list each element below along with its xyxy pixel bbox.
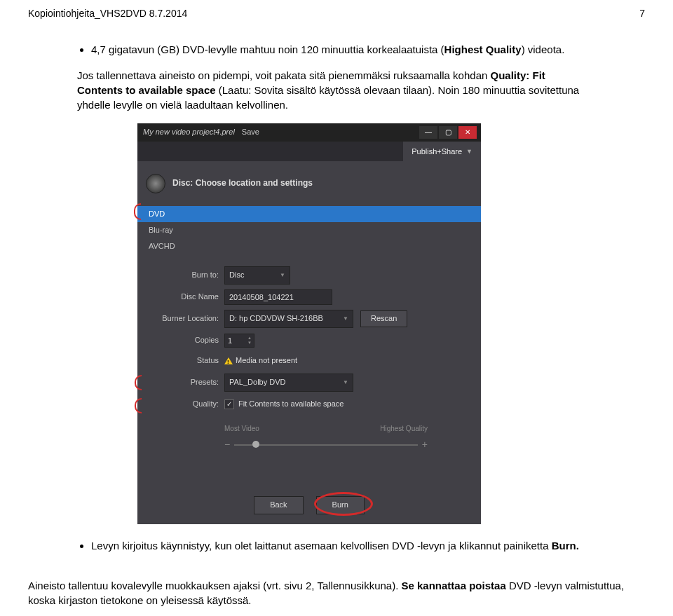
arrow-down-icon[interactable]: ▼ <box>247 341 252 345</box>
quality-slider[interactable] <box>234 444 418 446</box>
format-item-bluray[interactable]: Blu-ray <box>137 222 481 238</box>
back-button[interactable]: Back <box>254 496 303 514</box>
rescan-button[interactable]: Rescan <box>360 310 407 327</box>
paragraph-2: Jos tallennettava aineisto on pidempi, v… <box>77 68 589 112</box>
label-burner-location: Burner Location: <box>149 313 224 324</box>
minimize-icon[interactable]: — <box>419 126 437 139</box>
chevron-down-icon: ▼ <box>343 315 348 322</box>
copies-stepper[interactable]: ▲▼ <box>224 334 254 348</box>
doc-header-right: 7 <box>639 7 645 21</box>
close-icon[interactable]: ✕ <box>458 126 477 139</box>
disc-icon <box>146 174 165 193</box>
format-item-dvd[interactable]: DVD <box>137 206 481 222</box>
tab-bar: Publish+Share ▼ <box>137 142 481 161</box>
chevron-down-icon: ▼ <box>466 147 473 156</box>
label-disc-name: Disc Name <box>149 292 224 302</box>
chevron-down-icon: ▼ <box>343 378 348 386</box>
fit-contents-label: Fit Contents to available space <box>238 399 344 409</box>
burn-button[interactable]: Burn <box>316 496 365 514</box>
body-paragraph: Aineisto tallentuu kovalevylle muokkauks… <box>0 578 673 608</box>
bullet-3: Levyn kirjoitus käynnistyy, kun olet lai… <box>91 538 589 553</box>
status-text: Media not present <box>236 355 297 366</box>
app-window: My new video project4.prel Save — ▢ ✕ Pu… <box>137 123 481 524</box>
doc-header-left: Kopiointiohjeita_VHS2DVD 8.7.2014 <box>28 7 187 21</box>
burner-location-select[interactable]: D: hp CDDVDW SH-216BB ▼ <box>224 310 353 328</box>
label-status: Status <box>149 355 224 366</box>
slider-thumb[interactable] <box>252 441 259 448</box>
presets-select[interactable]: PAL_Dolby DVD ▼ <box>224 374 353 392</box>
label-copies: Copies <box>149 335 224 345</box>
format-list: DVD Blu-ray AVCHD <box>137 203 481 258</box>
plus-icon: + <box>422 438 428 452</box>
minus-icon: − <box>224 438 230 452</box>
burn-to-select[interactable]: Disc ▼ <box>224 266 290 285</box>
label-presets: Presets: <box>149 377 224 388</box>
format-item-avchd[interactable]: AVCHD <box>137 238 481 254</box>
save-button[interactable]: Save <box>242 127 259 137</box>
project-name: My new video project4.prel <box>143 127 235 137</box>
fit-contents-checkbox[interactable]: ✓ <box>224 399 234 409</box>
warning-icon <box>224 357 233 364</box>
disc-heading: Disc: Choose location and settings <box>137 161 481 203</box>
disc-name-input[interactable] <box>224 289 332 305</box>
titlebar: My new video project4.prel Save — ▢ ✕ <box>137 123 481 142</box>
maximize-icon[interactable]: ▢ <box>439 126 457 139</box>
bullet-1: 4,7 gigatavun (GB) DVD-levylle mahtuu no… <box>91 42 589 57</box>
label-quality: Quality: <box>149 399 224 409</box>
arrow-up-icon[interactable]: ▲ <box>247 336 252 341</box>
chevron-down-icon: ▼ <box>280 271 285 279</box>
highest-quality-label: Highest Quality <box>380 424 428 434</box>
quality-slider-area: Most Video Highest Quality − + <box>149 417 470 452</box>
label-burn-to: Burn to: <box>149 270 224 280</box>
settings-panel: Burn to: Disc ▼ Disc Name Burner Locatio… <box>137 258 481 458</box>
most-video-label: Most Video <box>224 424 259 434</box>
tab-publish-share[interactable]: Publish+Share ▼ <box>403 142 481 161</box>
